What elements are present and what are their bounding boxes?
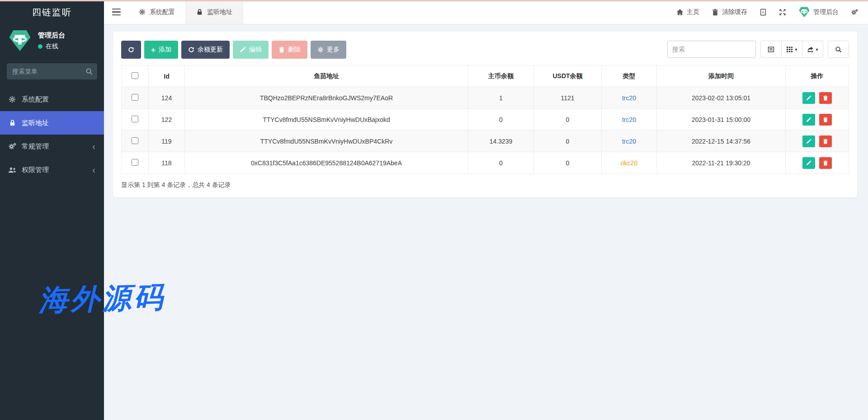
- row-main-balance: 0: [468, 109, 534, 131]
- trash-icon: [823, 160, 828, 166]
- loading-strip: [0, 0, 868, 1]
- row-usdt-balance: 0: [534, 131, 602, 152]
- delete-button[interactable]: 删除: [272, 41, 307, 59]
- row-edit-button[interactable]: [802, 135, 815, 147]
- admin-dropdown[interactable]: 管理后台: [798, 6, 839, 18]
- columns-button[interactable]: ▾: [781, 41, 802, 58]
- pencil-icon: [240, 47, 246, 53]
- table-row: 122 TTYCv8fmdU55NSBmKvVniyHwDUxBajxokd 0…: [122, 109, 849, 131]
- column-header-address: 鱼苗地址: [185, 65, 468, 87]
- balance-update-label: 余额更新: [198, 46, 223, 54]
- row-added-time: 2022-12-15 14:37:56: [657, 131, 786, 152]
- export-icon: [807, 46, 814, 53]
- table-search-input[interactable]: [667, 41, 756, 58]
- user-status: 在线: [38, 42, 65, 51]
- row-delete-button[interactable]: [819, 135, 832, 147]
- users-icon: [8, 166, 17, 174]
- row-delete-button[interactable]: [819, 114, 832, 126]
- balance-update-button[interactable]: 余额更新: [181, 41, 230, 59]
- refresh-icon: [188, 47, 194, 53]
- tab-system-config[interactable]: 系统配置: [128, 0, 185, 24]
- row-main-balance: 1: [468, 87, 534, 109]
- row-checkbox[interactable]: [132, 137, 138, 144]
- row-type-link[interactable]: trc20: [622, 116, 636, 123]
- row-address: 0xC831f3C5fAa1c6386DE955288124B0A62719Ab…: [185, 152, 468, 174]
- gear-icon: [8, 95, 17, 103]
- sidebar-item-label: 系统配置: [22, 95, 96, 104]
- row-edit-button[interactable]: [802, 157, 815, 169]
- row-added-time: 2023-01-31 15:00:00: [657, 109, 786, 131]
- row-usdt-balance: 0: [534, 109, 602, 131]
- caret-down-icon: ▾: [816, 47, 818, 52]
- row-type-link[interactable]: trc20: [622, 94, 636, 102]
- edit-button[interactable]: 编辑: [233, 41, 269, 59]
- row-checkbox[interactable]: [132, 116, 138, 122]
- trash-icon: [712, 9, 719, 16]
- column-header-ops: 操作: [786, 65, 849, 87]
- row-id: 118: [149, 152, 185, 174]
- row-address: TTYCv8fmdU55NSBmKvVniyHwDUxBajxokd: [185, 109, 468, 131]
- row-edit-button[interactable]: [802, 92, 815, 104]
- toolbar: + 添加 余额更新 编辑 删除 更多: [121, 41, 849, 59]
- search-icon: [85, 68, 93, 75]
- pencil-icon: [806, 139, 811, 144]
- row-address: TBQHzo2BEPRzNEra8rBnkoGJWS2my7EAoR: [185, 87, 468, 109]
- sidebar-item-listen-address[interactable]: 监听地址: [0, 111, 104, 135]
- sidebar-search: [7, 63, 97, 79]
- row-delete-button[interactable]: [819, 92, 832, 104]
- pagination-summary: 显示第 1 到第 4 条记录，总共 4 条记录: [121, 181, 849, 189]
- table-view-buttons: ▾ ▾: [760, 41, 823, 58]
- row-id: 119: [149, 131, 185, 152]
- sidebar-search-input[interactable]: [7, 63, 97, 79]
- row-edit-button[interactable]: [802, 114, 815, 126]
- row-usdt-balance: 1121: [534, 87, 602, 109]
- export-button[interactable]: ▾: [802, 41, 823, 58]
- column-header-usdt: USDT余额: [534, 65, 602, 87]
- clear-cache-link[interactable]: 清除缓存: [712, 8, 747, 16]
- sidebar-item-label: 权限管理: [22, 166, 92, 174]
- trash-icon: [823, 95, 828, 101]
- nav-tabs: 系统配置 监听地址: [128, 0, 243, 24]
- row-added-time: 2022-11-21 19:30:20: [657, 152, 786, 174]
- address-table: Id 鱼苗地址 主币余额 USDT余额 类型 添加时间 操作 124 TBQHz…: [121, 65, 849, 174]
- sidebar-menu: 系统配置 监听地址 常规管理 ‹ 权限管理 ‹: [0, 88, 104, 182]
- row-usdt-balance: 0: [534, 152, 602, 174]
- columns-grid-icon: [786, 46, 793, 53]
- table-card: + 添加 余额更新 编辑 删除 更多: [113, 32, 857, 197]
- gear-icon: [317, 47, 324, 53]
- sidebar-item-permission-mgmt[interactable]: 权限管理 ‹: [0, 158, 104, 182]
- refresh-button[interactable]: [121, 41, 141, 59]
- row-type-link[interactable]: okc20: [621, 159, 637, 167]
- row-type-link[interactable]: trc20: [622, 138, 636, 145]
- row-delete-button[interactable]: [819, 157, 832, 169]
- gears-icon: [851, 9, 858, 16]
- sidebar-item-general-mgmt[interactable]: 常规管理 ‹: [0, 135, 104, 158]
- fullscreen-icon: [779, 9, 786, 16]
- add-button[interactable]: + 添加: [144, 41, 178, 59]
- gears-icon: [8, 142, 17, 150]
- home-link[interactable]: 主页: [676, 8, 699, 16]
- more-button[interactable]: 更多: [311, 41, 346, 59]
- select-all-checkbox[interactable]: [132, 72, 138, 79]
- language-switch[interactable]: [760, 9, 767, 16]
- search-icon: [835, 46, 842, 53]
- trash-icon: [823, 117, 828, 122]
- tab-label: 监听地址: [207, 8, 232, 16]
- tab-listen-address[interactable]: 监听地址: [185, 0, 243, 24]
- fullscreen-toggle[interactable]: [779, 9, 786, 16]
- search-toggle-button[interactable]: [828, 41, 849, 58]
- settings-menu[interactable]: [851, 9, 858, 16]
- brand-title: 四链监听: [0, 0, 104, 24]
- sidebar-item-system-config[interactable]: 系统配置: [0, 88, 104, 111]
- add-label: 添加: [159, 46, 171, 54]
- row-checkbox[interactable]: [132, 159, 138, 166]
- detail-view-button[interactable]: [760, 41, 782, 58]
- topbar: 系统配置 监听地址 主页 清除缓存 管理后台: [104, 0, 868, 24]
- sidebar-item-label: 常规管理: [22, 142, 92, 151]
- pencil-icon: [806, 95, 811, 101]
- row-checkbox[interactable]: [132, 94, 138, 101]
- admin-label: 管理后台: [813, 8, 839, 16]
- row-main-balance: 14.3239: [468, 131, 534, 152]
- tab-label: 系统配置: [150, 8, 175, 16]
- hamburger-menu-icon[interactable]: [104, 0, 128, 24]
